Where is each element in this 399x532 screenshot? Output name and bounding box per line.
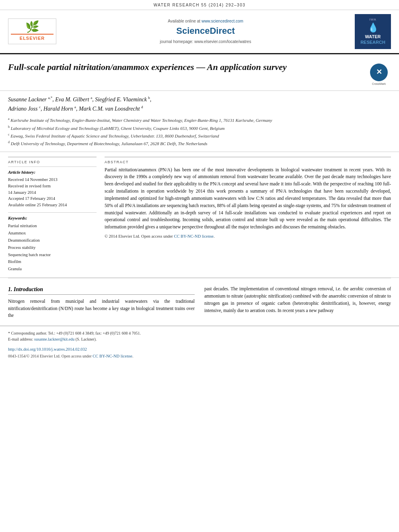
affiliation-d: d Delft University of Technology, Depart… [8,140,391,147]
article-title: Full-scale partial nitritation/anammox e… [8,62,367,73]
keyword-anammox: Anammox [8,230,97,237]
received-revised-label: Received in revised form [8,183,97,189]
research-text: RESEARCH [357,39,389,45]
elsevier-wordmark: ELSEVIER [11,34,53,41]
keyword-granula: Granula [8,265,97,273]
journal-bar-text: WATER RESEARCH 55 (2014) 292–303 [154,3,246,7]
issn-line: 0043-1354/© 2014 Elsevier Ltd. Open acce… [8,353,391,360]
intro-title: Introduction [14,286,43,292]
footnote-email: E-mail address: susanne.lackner@kit.edu … [8,336,391,342]
iwa-text: IWA [357,17,389,22]
water-text: WATER [357,34,389,39]
affiliation-c: c Eawag, Swiss Federal Institute of Aqua… [8,132,391,139]
article-history: Article history: Received 14 November 20… [8,166,97,208]
intro-number: 1. [8,286,12,292]
author-email-link[interactable]: susanne.lackner@kit.edu [34,337,74,341]
available-online-date: Available online 25 February 2014 [8,202,97,208]
intro-left-text: Nitrogen removal from municipal and indu… [8,298,195,319]
bottom-links: http://dx.doi.org/10.1016/j.watres.2014.… [0,344,399,364]
article-info-title: ARTICLE INFO [8,157,97,166]
journal-homepage-text: journal homepage: www.elsevier.com/locat… [56,39,355,45]
sciencedirect-logo: ScienceDirect [56,25,355,37]
article-title-text: Full-scale partial nitritation/anammox e… [8,62,367,73]
intro-right: past decades. The implementation of conv… [204,286,391,319]
doi-link[interactable]: http://dx.doi.org/10.1016/j.watres.2014.… [8,346,391,353]
abstract-body: Partial nitritation/anammox (PN/A) has b… [105,167,391,230]
intro-heading: 1. Introduction [8,286,195,295]
accepted-date: Accepted 17 February 2014 [8,195,97,202]
science-word: Science [176,26,210,36]
author-line1: Susanne Lackner a,*, Eva M. Gilbert a, S… [8,97,151,103]
abstract-text: Partial nitritation/anammox (PN/A) has b… [105,166,391,240]
water-drop-icon: 💧 [357,22,389,34]
abstract-title: ABSTRACT [105,157,391,166]
introduction-area: 1. Introduction Nitrogen removal from mu… [0,278,399,326]
journal-bar: WATER RESEARCH 55 (2014) 292–303 [0,0,399,10]
abstract-license-link[interactable]: CC BY-NC-ND license [174,234,214,238]
two-col-area: ARTICLE INFO Article history: Received 1… [0,152,399,278]
keywords-section: Keywords: Partial nitritation Anammox De… [8,212,97,273]
abstract-copyright: © 2014 Elsevier Ltd. Open access under C… [105,233,391,240]
crossmark-label: CrossMark [367,82,391,86]
crossmark-icon: ✕ [370,64,388,81]
author-line2: Adriano Joss c, Harald Horn a, Mark C.M.… [8,106,143,112]
header-area: 🌿 ELSEVIER Available online at www.scien… [0,10,399,54]
keyword-biofilm: Biofilm [8,258,97,265]
affiliation-a: a Karlsruhe Institute of Technology, Eng… [8,117,391,123]
header-center: Available online at www.sciencedirect.co… [56,18,355,45]
available-online-text: Available online at www.sciencedirect.co… [56,18,355,24]
left-col: ARTICLE INFO Article history: Received 1… [8,157,97,273]
authors-area: Susanne Lackner a,*, Eva M. Gilbert a, S… [0,91,399,152]
keywords-label: Keywords: [8,215,97,221]
intro-right-text: past decades. The implementation of conv… [204,286,391,314]
footnote-corresponding: * Corresponding author. Tel.: +49 (0)721… [8,330,391,336]
authors-line: Susanne Lackner a,*, Eva M. Gilbert a, S… [8,95,391,113]
direct-word: Direct [210,26,234,36]
article-title-area: Full-scale partial nitritation/anammox e… [0,54,399,91]
right-col: ABSTRACT Partial nitritation/anammox (PN… [105,157,391,273]
intro-left: 1. Introduction Nitrogen removal from mu… [8,286,195,319]
keyword-deammonification: Deammonification [8,237,97,244]
received-revised-date: 14 January 2014 [8,189,97,196]
crossmark-badge: ✕ CrossMark [367,62,391,86]
elsevier-tree-icon: 🌿 [11,21,53,33]
water-research-logo: IWA 💧 WATER RESEARCH [355,14,391,49]
footnote-area: * Corresponding author. Tel.: +49 (0)721… [0,326,399,344]
sciencedirect-url[interactable]: www.sciencedirect.com [202,19,243,23]
keyword-process-stability: Process stability [8,244,97,251]
received-date: Received 14 November 2013 [8,177,97,183]
bottom-license-link[interactable]: CC BY-NC-ND license [93,354,132,358]
wr-box: IWA 💧 WATER RESEARCH [355,14,391,49]
keyword-sbr: Sequencing batch reactor [8,251,97,259]
affiliations: a Karlsruhe Institute of Technology, Eng… [8,117,391,147]
history-label: Article history: [8,169,97,175]
keyword-partial-nitritation: Partial nitritation [8,222,97,230]
affiliation-b: b Laboratory of Microbial Ecology and Te… [8,125,391,131]
elsevier-logo: 🌿 ELSEVIER [8,18,56,44]
